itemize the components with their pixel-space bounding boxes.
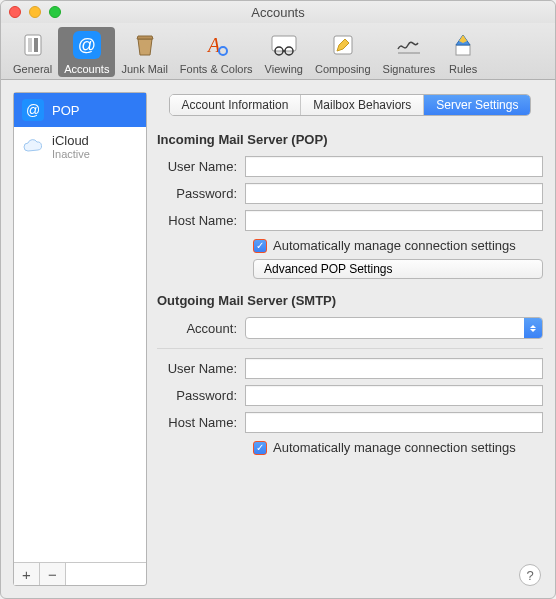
account-name: POP	[52, 103, 79, 118]
toolbar-accounts[interactable]: @ Accounts	[58, 27, 115, 77]
toolbar-composing[interactable]: Composing	[309, 27, 377, 77]
settings-panel: Account Information Mailbox Behaviors Se…	[157, 92, 543, 586]
toolbar-label: Rules	[449, 63, 477, 75]
at-icon: @	[71, 29, 103, 61]
incoming-section-title: Incoming Mail Server (POP)	[157, 132, 543, 147]
username-label: User Name:	[157, 361, 245, 376]
svg-rect-13	[456, 45, 470, 55]
password-label: Password:	[157, 186, 245, 201]
row-incoming-password: Password:	[157, 183, 543, 204]
svg-point-6	[219, 47, 227, 55]
hostname-label: Host Name:	[157, 213, 245, 228]
tab-segmented-control: Account Information Mailbox Behaviors Se…	[169, 94, 532, 116]
svg-text:@: @	[78, 35, 96, 55]
separator	[157, 348, 543, 349]
tab-server-settings[interactable]: Server Settings	[424, 95, 530, 115]
row-outgoing-account: Account:	[157, 317, 543, 339]
toolbar-signatures[interactable]: Signatures	[377, 27, 442, 77]
advanced-pop-settings-button[interactable]: Advanced POP Settings	[253, 259, 543, 279]
add-account-button[interactable]: +	[14, 563, 40, 585]
account-icloud[interactable]: iCloud Inactive	[14, 127, 146, 166]
hostname-label: Host Name:	[157, 415, 245, 430]
toolbar-junk-mail[interactable]: Junk Mail	[115, 27, 173, 77]
outgoing-account-select[interactable]	[245, 317, 543, 339]
outgoing-section-title: Outgoing Mail Server (SMTP)	[157, 293, 543, 308]
toolbar-rules[interactable]: Rules	[441, 27, 485, 77]
toolbar-viewing[interactable]: Viewing	[259, 27, 309, 77]
svg-rect-2	[34, 38, 38, 52]
account-pop[interactable]: @ POP	[14, 93, 146, 127]
toolbar-label: Viewing	[265, 63, 303, 75]
chevron-updown-icon	[524, 318, 542, 338]
account-label: Account:	[157, 321, 245, 336]
accounts-sidebar: @ POP iCloud Inactive + −	[13, 92, 147, 586]
general-icon	[17, 29, 49, 61]
fonts-icon: A	[200, 29, 232, 61]
toolbar-label: Junk Mail	[121, 63, 167, 75]
account-list: @ POP iCloud Inactive	[14, 93, 146, 562]
incoming-auto-label: Automatically manage connection settings	[273, 238, 516, 253]
toolbar-label: Accounts	[64, 63, 109, 75]
checkbox-checked-icon[interactable]	[253, 441, 267, 455]
incoming-hostname-input[interactable]	[245, 210, 543, 231]
svg-rect-0	[25, 35, 41, 55]
row-incoming-username: User Name:	[157, 156, 543, 177]
tab-account-information[interactable]: Account Information	[170, 95, 302, 115]
account-name: iCloud	[52, 133, 90, 148]
content-area: @ POP iCloud Inactive + −	[1, 80, 555, 598]
remove-account-button[interactable]: −	[40, 563, 66, 585]
trash-icon	[129, 29, 161, 61]
preferences-toolbar: General @ Accounts Junk Mail A Fonts & C…	[1, 23, 555, 80]
toolbar-general[interactable]: General	[7, 27, 58, 77]
username-label: User Name:	[157, 159, 245, 174]
toolbar-label: Signatures	[383, 63, 436, 75]
row-outgoing-hostname: Host Name:	[157, 412, 543, 433]
outgoing-username-input[interactable]	[245, 358, 543, 379]
sidebar-footer: + −	[14, 562, 146, 585]
preferences-window: Accounts General @ Accounts Junk Mail A …	[0, 0, 556, 599]
toolbar-label: Fonts & Colors	[180, 63, 253, 75]
tab-mailbox-behaviors[interactable]: Mailbox Behaviors	[301, 95, 424, 115]
row-outgoing-username: User Name:	[157, 358, 543, 379]
pencil-icon	[327, 29, 359, 61]
account-status: Inactive	[52, 148, 90, 160]
titlebar: Accounts	[1, 1, 555, 23]
outgoing-auto-checkbox-row[interactable]: Automatically manage connection settings	[253, 440, 543, 455]
row-incoming-hostname: Host Name:	[157, 210, 543, 231]
window-title: Accounts	[1, 5, 555, 20]
help-button[interactable]: ?	[519, 564, 541, 586]
signature-icon	[393, 29, 425, 61]
glasses-icon	[268, 29, 300, 61]
password-label: Password:	[157, 388, 245, 403]
incoming-username-input[interactable]	[245, 156, 543, 177]
toolbar-label: Composing	[315, 63, 371, 75]
tab-row: Account Information Mailbox Behaviors Se…	[157, 94, 543, 116]
toolbar-fonts-colors[interactable]: A Fonts & Colors	[174, 27, 259, 77]
svg-rect-1	[28, 38, 32, 52]
rules-icon	[447, 29, 479, 61]
at-icon: @	[22, 99, 44, 121]
toolbar-label: General	[13, 63, 52, 75]
outgoing-password-input[interactable]	[245, 385, 543, 406]
outgoing-auto-label: Automatically manage connection settings	[273, 440, 516, 455]
incoming-auto-checkbox-row[interactable]: Automatically manage connection settings	[253, 238, 543, 253]
incoming-password-input[interactable]	[245, 183, 543, 204]
outgoing-hostname-input[interactable]	[245, 412, 543, 433]
row-outgoing-password: Password:	[157, 385, 543, 406]
cloud-icon	[22, 136, 44, 158]
checkbox-checked-icon[interactable]	[253, 239, 267, 253]
